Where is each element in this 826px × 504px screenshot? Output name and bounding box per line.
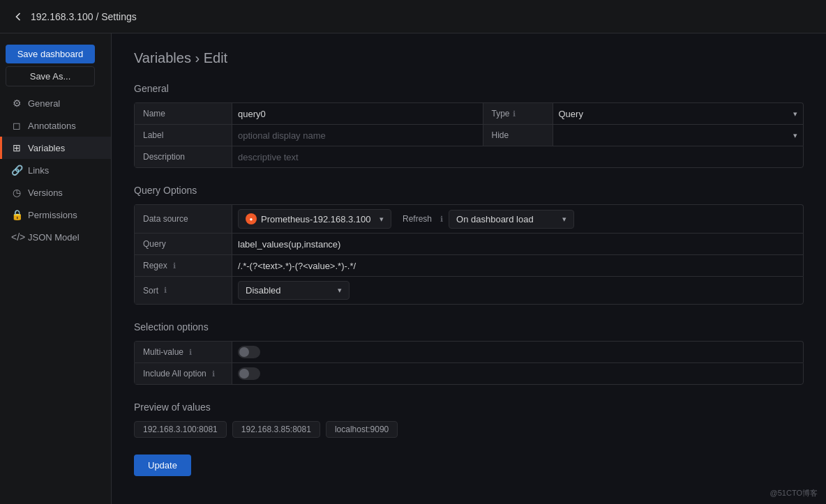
description-field[interactable]	[232, 146, 803, 167]
include-all-label: Include All option ℹ	[135, 363, 232, 384]
lock-icon: 🔒	[11, 209, 22, 220]
sort-chevron-icon: ▾	[338, 286, 342, 295]
regex-info-icon: ℹ	[173, 261, 176, 270]
sidebar-label-permissions: Permissions	[28, 210, 77, 220]
refresh-section: Refresh ℹ On dashboard load ▾	[403, 210, 574, 229]
breadcrumb-sep: ›	[195, 50, 203, 66]
section-query-title: Query Options	[134, 185, 804, 196]
multi-value-label: Multi-value ℹ	[135, 342, 232, 362]
sidebar-label-links: Links	[28, 165, 49, 176]
section-selection-title: Selection options	[134, 321, 804, 333]
section-general-title: General	[134, 83, 804, 94]
sort-info-icon: ℹ	[164, 286, 167, 295]
type-label: Type ℹ	[483, 103, 553, 124]
include-all-toggle[interactable]	[238, 367, 260, 380]
regex-value: /.*-(?<text>.*)-(?<value>.*)-.*/	[238, 261, 356, 271]
arrow-left-icon	[11, 10, 25, 24]
topbar: 192.168.3.100 / Settings	[0, 0, 826, 33]
sort-value: Disabled	[246, 285, 281, 296]
sort-content: Disabled ▾	[232, 277, 803, 304]
query-label: Query	[135, 234, 232, 254]
multi-value-toggle[interactable]	[238, 346, 260, 358]
preview-title: Preview of values	[134, 402, 804, 413]
multi-value-content	[232, 342, 803, 362]
main-content: Variables › Edit General Name query0 Typ…	[112, 33, 826, 504]
preview-chip-2: localhost:9090	[326, 421, 398, 438]
datasource-name: Prometheus-192.168.3.100	[261, 214, 371, 224]
hide-chevron-icon: ▾	[793, 131, 797, 140]
query-value: label_values(up,instance)	[238, 239, 340, 250]
bookmark-icon: ◻	[11, 120, 22, 131]
sort-label: Sort ℹ	[135, 277, 232, 304]
type-select[interactable]: Query ▾	[553, 103, 804, 124]
preview-chip-0: 192.168.3.100:8081	[134, 421, 227, 438]
query-content[interactable]: label_values(up,instance)	[232, 234, 803, 254]
sliders-icon: ⚙	[11, 98, 22, 109]
sidebar-label-variables: Variables	[28, 143, 65, 153]
preview-chip-1: 192.168.3.85:8081	[232, 421, 320, 438]
refresh-chevron-icon: ▾	[562, 215, 566, 224]
sort-select[interactable]: Disabled ▾	[238, 281, 350, 300]
sidebar-item-annotations[interactable]: ◻ Annotations	[0, 114, 111, 137]
grid-icon: ⊞	[11, 142, 22, 153]
save-section: Save dashboard Save As...	[0, 39, 111, 92]
multi-value-info-icon: ℹ	[189, 348, 192, 357]
name-label: Name	[135, 103, 232, 124]
preview-values: 192.168.3.100:8081 192.168.3.85:8081 loc…	[134, 421, 804, 438]
hide-select[interactable]: ▾	[553, 125, 804, 146]
label-label: Label	[135, 125, 232, 146]
sidebar-label-general: General	[28, 98, 60, 109]
page-subtitle: Edit	[204, 50, 227, 66]
sidebar-item-general[interactable]: ⚙ General	[0, 92, 111, 114]
breadcrumb: Variables	[134, 50, 191, 66]
regex-label: Regex ℹ	[135, 255, 232, 276]
sidebar-item-versions[interactable]: ◷ Versions	[0, 181, 111, 204]
back-button[interactable]: 192.168.3.100 / Settings	[11, 10, 137, 24]
include-all-info-icon: ℹ	[212, 369, 215, 379]
sidebar-item-variables[interactable]: ⊞ Variables	[0, 137, 111, 159]
refresh-info-icon: ℹ	[440, 215, 443, 224]
save-as-button[interactable]: Save As...	[6, 66, 95, 86]
include-all-content	[232, 363, 803, 384]
preview-section: Preview of values 192.168.3.100:8081 192…	[134, 402, 804, 438]
label-input[interactable]	[238, 130, 477, 141]
clock-icon: ◷	[11, 187, 22, 198]
prometheus-icon: ●	[246, 213, 257, 224]
watermark: @51CTO博客	[770, 488, 818, 498]
code-icon: </>	[11, 231, 22, 243]
description-label: Description	[135, 146, 232, 167]
update-button[interactable]: Update	[134, 455, 191, 476]
type-info-icon: ℹ	[513, 109, 516, 119]
regex-content[interactable]: /.*-(?<text>.*)-(?<value>.*)-.*/	[232, 255, 803, 276]
description-input[interactable]	[238, 152, 797, 162]
type-value: Query	[559, 109, 583, 119]
hide-label: Hide	[483, 125, 553, 146]
sidebar-item-json-model[interactable]: </> JSON Model	[0, 226, 111, 248]
sidebar-item-links[interactable]: 🔗 Links	[0, 159, 111, 181]
save-dashboard-button[interactable]: Save dashboard	[6, 45, 95, 63]
refresh-label: Refresh	[403, 214, 432, 224]
sidebar-label-json-model: JSON Model	[28, 232, 80, 243]
refresh-select[interactable]: On dashboard load ▾	[449, 210, 574, 229]
label-field[interactable]	[232, 125, 483, 146]
page-title: Variables › Edit	[134, 50, 804, 66]
datasource-content: ● Prometheus-192.168.3.100 ▾ Refresh ℹ O…	[232, 205, 803, 233]
datasource-label: Data source	[135, 205, 232, 233]
link-icon: 🔗	[11, 165, 22, 176]
sidebar: Save dashboard Save As... ⚙ General ◻ An…	[0, 33, 112, 504]
datasource-chevron-icon: ▾	[380, 215, 384, 224]
sidebar-label-versions: Versions	[28, 188, 63, 198]
type-chevron-icon: ▾	[793, 109, 797, 119]
sidebar-item-permissions[interactable]: 🔒 Permissions	[0, 204, 111, 226]
refresh-value: On dashboard load	[456, 214, 534, 224]
datasource-selector[interactable]: ● Prometheus-192.168.3.100 ▾	[238, 209, 391, 229]
name-field: query0	[232, 103, 483, 124]
name-value: query0	[238, 109, 266, 119]
layout: Save dashboard Save As... ⚙ General ◻ An…	[0, 33, 826, 504]
sidebar-label-annotations: Annotations	[28, 121, 76, 131]
topbar-title: 192.168.3.100 / Settings	[31, 11, 137, 22]
